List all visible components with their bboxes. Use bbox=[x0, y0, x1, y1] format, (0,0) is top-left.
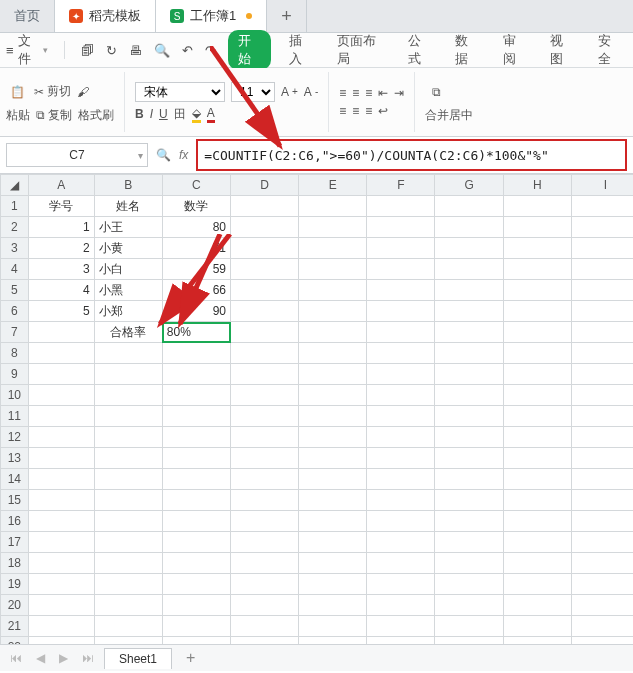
cell[interactable] bbox=[231, 574, 299, 595]
cell[interactable] bbox=[435, 196, 503, 217]
cell[interactable] bbox=[571, 406, 633, 427]
cell[interactable]: 90 bbox=[162, 301, 230, 322]
cell[interactable] bbox=[503, 427, 571, 448]
cell[interactable] bbox=[162, 427, 230, 448]
cell[interactable] bbox=[28, 511, 94, 532]
cut-button[interactable]: ✂ 剪切 bbox=[34, 83, 71, 100]
cell[interactable] bbox=[231, 406, 299, 427]
cell[interactable] bbox=[571, 217, 633, 238]
cell[interactable] bbox=[503, 301, 571, 322]
cell[interactable] bbox=[162, 637, 230, 645]
cell[interactable] bbox=[299, 280, 367, 301]
sheet-nav-prev[interactable]: ◀ bbox=[32, 651, 49, 665]
cell[interactable] bbox=[435, 280, 503, 301]
col-header-I[interactable]: I bbox=[571, 175, 633, 196]
col-header-C[interactable]: C bbox=[162, 175, 230, 196]
cell[interactable] bbox=[28, 595, 94, 616]
cell[interactable] bbox=[299, 616, 367, 637]
cell[interactable] bbox=[28, 469, 94, 490]
cell[interactable] bbox=[231, 637, 299, 645]
row-header[interactable]: 7 bbox=[1, 322, 29, 343]
cell[interactable] bbox=[299, 196, 367, 217]
cell[interactable] bbox=[231, 595, 299, 616]
cell[interactable] bbox=[503, 280, 571, 301]
col-header-F[interactable]: F bbox=[367, 175, 435, 196]
menu-formula[interactable]: 公式 bbox=[402, 30, 437, 70]
cell[interactable] bbox=[367, 637, 435, 645]
cell[interactable] bbox=[231, 469, 299, 490]
cell[interactable] bbox=[571, 427, 633, 448]
cell[interactable]: 小黄 bbox=[94, 238, 162, 259]
row-header[interactable]: 1 bbox=[1, 196, 29, 217]
row-header[interactable]: 10 bbox=[1, 385, 29, 406]
cell[interactable] bbox=[435, 364, 503, 385]
cell[interactable] bbox=[503, 616, 571, 637]
cell[interactable] bbox=[162, 448, 230, 469]
cell[interactable] bbox=[503, 343, 571, 364]
indent-decrease-button[interactable]: ⇤ bbox=[378, 86, 388, 100]
cell[interactable] bbox=[503, 595, 571, 616]
cell[interactable] bbox=[367, 595, 435, 616]
cell[interactable] bbox=[571, 196, 633, 217]
col-header-E[interactable]: E bbox=[299, 175, 367, 196]
cell[interactable] bbox=[299, 469, 367, 490]
fx-icon[interactable]: fx bbox=[179, 148, 188, 162]
sheet-nav-next[interactable]: ▶ bbox=[55, 651, 72, 665]
cell[interactable] bbox=[28, 364, 94, 385]
sheet-nav-last[interactable]: ⏭ bbox=[78, 651, 98, 665]
cell[interactable] bbox=[571, 490, 633, 511]
cell[interactable] bbox=[571, 574, 633, 595]
cell[interactable] bbox=[571, 364, 633, 385]
cell[interactable]: 小郑 bbox=[94, 301, 162, 322]
row-header[interactable]: 16 bbox=[1, 511, 29, 532]
align-center-button[interactable]: ≡ bbox=[352, 104, 359, 118]
cell[interactable] bbox=[367, 532, 435, 553]
cell[interactable] bbox=[503, 364, 571, 385]
cell[interactable] bbox=[367, 364, 435, 385]
cell[interactable]: 3 bbox=[28, 259, 94, 280]
cell[interactable] bbox=[162, 616, 230, 637]
align-right-button[interactable]: ≡ bbox=[365, 104, 372, 118]
row-header[interactable]: 20 bbox=[1, 595, 29, 616]
cell[interactable]: 5 bbox=[28, 301, 94, 322]
row-header[interactable]: 11 bbox=[1, 406, 29, 427]
cell[interactable] bbox=[162, 490, 230, 511]
row-header[interactable]: 8 bbox=[1, 343, 29, 364]
col-header-B[interactable]: B bbox=[94, 175, 162, 196]
menu-start[interactable]: 开始 bbox=[228, 30, 271, 70]
cell[interactable] bbox=[28, 448, 94, 469]
cell[interactable] bbox=[367, 469, 435, 490]
cell[interactable] bbox=[299, 385, 367, 406]
qa-save[interactable]: 🗐 bbox=[81, 43, 94, 58]
cell[interactable] bbox=[94, 553, 162, 574]
row-header[interactable]: 18 bbox=[1, 553, 29, 574]
cell[interactable] bbox=[231, 343, 299, 364]
cell[interactable] bbox=[28, 532, 94, 553]
cell[interactable]: 小白 bbox=[94, 259, 162, 280]
row-header[interactable]: 3 bbox=[1, 238, 29, 259]
cell[interactable] bbox=[231, 532, 299, 553]
cell[interactable] bbox=[367, 490, 435, 511]
sheet-tab[interactable]: Sheet1 bbox=[104, 648, 172, 669]
cell[interactable] bbox=[435, 490, 503, 511]
cell[interactable] bbox=[435, 238, 503, 259]
align-bottom-button[interactable]: ≡ bbox=[365, 86, 372, 100]
cell[interactable] bbox=[367, 616, 435, 637]
cell[interactable] bbox=[571, 532, 633, 553]
cell[interactable] bbox=[28, 427, 94, 448]
cell[interactable] bbox=[162, 385, 230, 406]
cell[interactable] bbox=[367, 448, 435, 469]
cell[interactable] bbox=[231, 616, 299, 637]
cell[interactable] bbox=[94, 427, 162, 448]
cell[interactable] bbox=[299, 301, 367, 322]
row-header[interactable]: 15 bbox=[1, 490, 29, 511]
cell[interactable] bbox=[299, 490, 367, 511]
cell[interactable] bbox=[435, 385, 503, 406]
cell[interactable] bbox=[299, 511, 367, 532]
cell[interactable] bbox=[435, 616, 503, 637]
cell[interactable] bbox=[94, 343, 162, 364]
cell[interactable] bbox=[503, 406, 571, 427]
cell-selected[interactable]: 80% bbox=[162, 322, 230, 343]
cell[interactable] bbox=[299, 637, 367, 645]
cell[interactable] bbox=[435, 301, 503, 322]
